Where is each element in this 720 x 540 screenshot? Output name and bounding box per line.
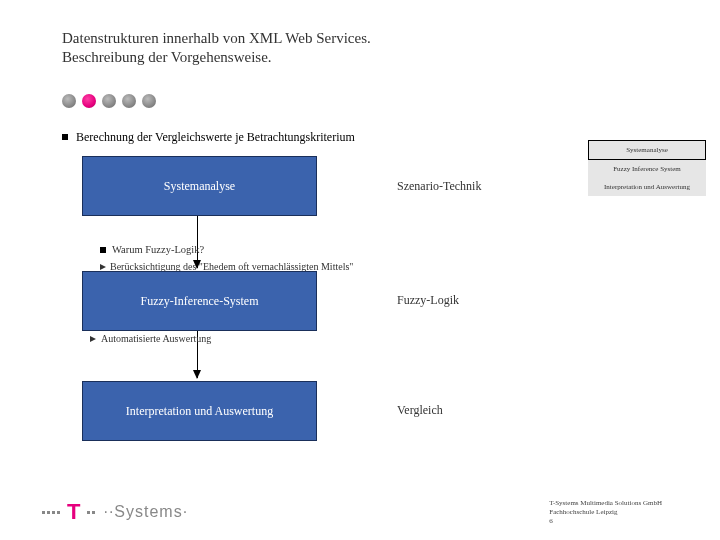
bullet-row: Berechnung der Vergleichswerte je Betrac…: [62, 130, 658, 145]
footer-school: Fachhochschule Leipzig: [549, 508, 662, 517]
slide-subtitle: Beschreibung der Vorgehensweise.: [62, 49, 658, 66]
logo-text: ··Systems·: [103, 503, 188, 521]
flow-label-vergleich: Vergleich: [397, 403, 443, 418]
sub-bullet-text: Automatisierte Auswertung: [101, 333, 211, 344]
progress-dot: [142, 94, 156, 108]
slide-header: Datenstrukturen innerhalb von XML Web Se…: [0, 0, 720, 76]
triangle-bullet-icon: [90, 336, 96, 342]
progress-dot-active: [82, 94, 96, 108]
flow-label-szenario: Szenario-Technik: [397, 179, 481, 194]
slide-footer: T ··Systems· T-Systems Multimedia Soluti…: [0, 499, 720, 526]
bullet-text: Warum Fuzzy-Logik?: [112, 244, 204, 255]
square-bullet-icon: [100, 247, 106, 253]
flow-diagram: Systemanalyse Warum Fuzzy-Logik? Berücks…: [62, 151, 658, 411]
bullet-row: Warum Fuzzy-Logik?: [100, 244, 204, 255]
flow-label-fuzzy: Fuzzy-Logik: [397, 293, 459, 308]
progress-dot: [122, 94, 136, 108]
logo-dots-right: [87, 511, 95, 514]
brand-logo: T ··Systems·: [42, 499, 188, 525]
triangle-bullet-icon: [100, 264, 106, 270]
sub-bullet-row: Automatisierte Auswertung: [90, 333, 211, 344]
bullet-text: Berechnung der Vergleichswerte je Betrac…: [76, 130, 355, 145]
logo-dots-left: [42, 511, 60, 514]
flow-box-systemanalyse: Systemanalyse: [82, 156, 317, 216]
slide-title: Datenstrukturen innerhalb von XML Web Se…: [62, 28, 658, 48]
progress-dot: [62, 94, 76, 108]
flow-box-interpretation: Interpretation und Auswertung: [82, 381, 317, 441]
progress-dots: [0, 76, 720, 108]
footer-company: T-Systems Multimedia Solutions GmbH: [549, 499, 662, 508]
slide-content: Berechnung der Vergleichswerte je Betrac…: [0, 108, 720, 411]
flow-box-fis: Fuzzy-Inference-System: [82, 271, 317, 331]
logo-t-icon: T: [67, 499, 80, 525]
footer-meta: T-Systems Multimedia Solutions GmbH Fach…: [549, 499, 662, 526]
progress-dot: [102, 94, 116, 108]
footer-page-number: 6: [549, 517, 662, 526]
square-bullet-icon: [62, 134, 68, 140]
